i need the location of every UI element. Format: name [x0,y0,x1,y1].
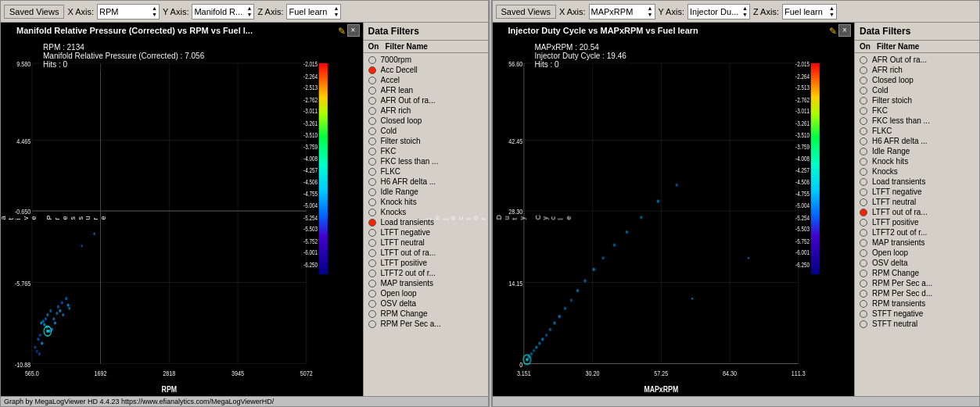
filter-item[interactable]: Knock hits [855,156,979,166]
svg-text:-5.254: -5.254 [795,214,809,222]
filter-item[interactable]: Knock hits [364,197,488,207]
filter-item[interactable]: AFR Out of ra... [855,55,979,65]
filter-item[interactable]: Cold [855,85,979,95]
filter-item[interactable]: AFR lean [364,85,488,95]
y-axis-arrows-1[interactable]: ▲ ▼ [247,5,253,18]
svg-text:-5.503: -5.503 [303,225,318,233]
filter-name: RPM Per Sec d... [872,289,932,298]
svg-text:42.45: 42.45 [508,137,522,145]
filters-list-1[interactable]: 7000rpmAcc DecellAccelAFR leanAFR Out of… [364,53,488,396]
filter-item[interactable]: H6 AFR delta ... [364,177,488,187]
svg-point-103 [656,200,659,203]
filter-item[interactable]: AFR rich [364,105,488,116]
filter-item[interactable]: LTFT positive [364,258,488,268]
y-axis-select-1[interactable]: Manifold R... ▲ ▼ [192,4,254,20]
x-axis-down-2[interactable]: ▼ [648,12,653,18]
filter-name: H6 AFR delta ... [872,137,928,145]
filter-item[interactable]: FLKC [855,126,979,136]
filter-item[interactable]: Closed loop [855,75,979,85]
z-axis-arrows-2[interactable]: ▲ ▼ [829,5,835,18]
y-axis-up-1[interactable]: ▲ [247,5,253,12]
x-axis-arrows-2[interactable]: ▲ ▼ [648,5,653,18]
x-axis-up-1[interactable]: ▲ [152,5,157,12]
filter-item[interactable]: 7000rpm [364,55,488,65]
filter-item[interactable]: AFR rich [855,65,979,75]
filter-item[interactable]: FKC less than ... [364,156,488,166]
svg-point-23 [37,337,39,341]
z-axis-arrows-1[interactable]: ▲ ▼ [334,5,339,18]
z-axis-select-2[interactable]: Fuel learn ▲ ▼ [782,4,837,20]
filter-item[interactable]: Idle Range [855,146,979,156]
filter-name: Cold [381,127,397,135]
x-axis-up-2[interactable]: ▲ [648,5,653,12]
filter-dot [368,178,376,186]
z-axis-up-2[interactable]: ▲ [829,5,835,12]
filter-item[interactable]: Open loop [364,288,488,298]
z-axis-down-2[interactable]: ▼ [829,12,835,18]
filter-item[interactable]: Filter stoich [364,136,488,146]
filter-item[interactable]: OSV delta [364,298,488,309]
filter-item[interactable]: LTFT neutral [364,237,488,248]
filter-item[interactable]: Accel [364,75,488,85]
filter-item[interactable]: RPM Change [364,309,488,319]
y-axis-down-1[interactable]: ▼ [247,12,253,18]
y-axis-select-2[interactable]: Injector Du... ▲ ▼ [687,4,750,20]
filter-dot [368,97,376,105]
y-axis-down-2[interactable]: ▼ [742,12,748,18]
filter-name: Knocks [381,208,407,216]
filter-item[interactable]: Load transients [855,177,979,187]
filter-dot [860,117,867,125]
filter-item[interactable]: MAP transients [364,278,488,288]
filter-item[interactable]: Cold [364,126,488,136]
filter-item[interactable]: Knocks [855,166,979,177]
filter-item[interactable]: FKC [364,146,488,156]
filter-item[interactable]: LTFT positive [855,217,979,227]
filter-item[interactable]: Idle Range [364,187,488,197]
filter-item[interactable]: MAP transients [855,237,979,248]
y-axis-arrows-2[interactable]: ▲ ▼ [742,5,748,18]
filter-item[interactable]: FKC less than ... [855,116,979,126]
filter-item[interactable]: RPM transients [855,298,979,309]
svg-point-39 [93,233,95,235]
filter-item[interactable]: RPM Per Sec a... [855,278,979,288]
filter-item[interactable]: LTFT out of ra... [855,207,979,217]
filters-list-2[interactable]: AFR Out of ra...AFR richClosed loopColdF… [855,53,979,396]
filter-item[interactable]: LTFT negative [855,187,979,197]
y-axis-up-2[interactable]: ▲ [742,5,748,12]
filter-item[interactable]: H6 AFR delta ... [855,136,979,146]
filter-item[interactable]: RPM Per Sec a... [364,319,488,329]
filter-item[interactable]: FLKC [364,166,488,177]
filter-item[interactable]: LTFT2 out of r... [364,268,488,278]
filter-item[interactable]: Open loop [855,248,979,258]
filter-item[interactable]: OSV delta [855,258,979,268]
filter-item[interactable]: RPM Change [855,268,979,278]
graph-close-btn-2[interactable]: × [838,24,851,37]
filter-item[interactable]: FKC [855,105,979,116]
filter-item[interactable]: AFR Out of ra... [364,95,488,105]
filter-item[interactable]: LTFT negative [364,227,488,237]
x-axis-select-1[interactable]: RPM ▲ ▼ [97,4,160,20]
filter-item[interactable]: LTFT neutral [855,197,979,207]
filter-dot [860,158,867,166]
z-axis-select-1[interactable]: Fuel learn ▲ ▼ [286,4,341,20]
filter-item[interactable]: LTFT2 out of r... [855,227,979,237]
filter-item[interactable]: LTFT out of ra... [364,248,488,258]
y-axis-value-2: Injector Du... [690,7,741,16]
graph-edit-btn-1[interactable]: ✎ [338,26,346,37]
filter-item[interactable]: STFT negative [855,309,979,319]
saved-views-btn-1[interactable]: Saved Views [4,5,64,19]
z-axis-down-1[interactable]: ▼ [334,12,339,18]
filter-item[interactable]: Closed loop [364,116,488,126]
graph-close-btn-1[interactable]: × [347,24,360,37]
z-axis-up-1[interactable]: ▲ [334,5,339,12]
graph-edit-btn-2[interactable]: ✎ [829,26,837,37]
x-axis-arrows-1[interactable]: ▲ ▼ [152,5,157,18]
saved-views-btn-2[interactable]: Saved Views [496,5,556,19]
filter-item[interactable]: Filter stoich [855,95,979,105]
y-axis-title-1: M a n i f o l d R e l a t i v e P r e s … [0,214,109,220]
x-axis-select-2[interactable]: MAPxRPM ▲ ▼ [589,4,655,20]
filter-item[interactable]: STFT neutral [855,319,979,329]
x-axis-down-1[interactable]: ▼ [152,12,157,18]
filter-item[interactable]: RPM Per Sec d... [855,288,979,298]
filter-item[interactable]: Acc Decell [364,65,488,75]
